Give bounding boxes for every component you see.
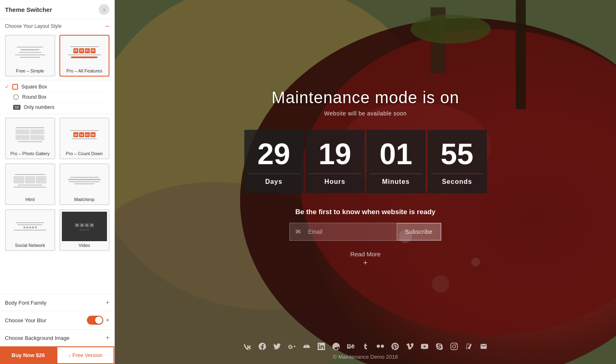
countdown-hours: 19 Hours [305, 130, 365, 193]
social-dribbble-icon[interactable] [332, 342, 341, 351]
theme-thumb-social [7, 212, 53, 241]
countdown-seconds-label: Seconds [431, 174, 484, 185]
main-content-area: Maintenance mode is on Website will be a… [115, 0, 616, 364]
bg-image-plus-icon[interactable]: + [106, 334, 109, 341]
body-font-plus-icon[interactable]: + [106, 299, 109, 306]
toggle-track [87, 316, 103, 325]
theme-thumb-html [7, 166, 53, 195]
theme-card-pro-countdown[interactable]: 29 19 01 55 Pro – Count Down [59, 118, 110, 159]
theme-thumb-free-simple [7, 37, 53, 67]
toggle-thumb [95, 317, 102, 324]
theme-thumb-pro-countdown: 29 19 01 55 [62, 120, 107, 149]
email-form: ✉ Subscribe [289, 223, 442, 241]
social-vk-icon[interactable] [243, 342, 252, 351]
social-skype-icon[interactable] [435, 342, 444, 351]
theme-card-social[interactable]: Social Network [5, 209, 55, 251]
sidebar-header: Theme Switcher › [0, 0, 114, 19]
theme-card-pro-photo[interactable]: Pro – Photo Gallery [5, 118, 55, 159]
email-heading: Be the first to know when website is rea… [289, 208, 442, 216]
countdown-days-label: Days [248, 174, 300, 185]
email-section: Be the first to know when website is rea… [289, 208, 442, 241]
sidebar: Theme Switcher › Choose Your Layout Styl… [0, 0, 115, 364]
theme-label-mailchimp: Mailchimp [74, 197, 95, 203]
layout-section-label: Choose Your Layout Style − [0, 19, 114, 32]
free-version-button[interactable]: ↓ Free Version [57, 346, 115, 364]
social-vimeo-icon[interactable] [405, 342, 414, 351]
countdown-hours-label: Hours [309, 174, 361, 185]
theme-thumb-pro-photo [7, 120, 53, 149]
social-linkedin-icon[interactable] [317, 342, 326, 351]
sidebar-title: Theme Switcher [5, 6, 52, 13]
read-more-plus-icon[interactable]: + [350, 259, 380, 267]
subscribe-button[interactable]: Subscribe [397, 223, 441, 240]
theme-thumb-mailchimp [62, 166, 107, 195]
checkmark-icon: ✓ [5, 84, 9, 90]
bg-image-right: + [106, 334, 109, 341]
theme-label-pro-photo: Pro – Photo Gallery [10, 151, 50, 157]
buy-now-button[interactable]: Buy Now $26 [0, 346, 57, 364]
theme-card-free-simple[interactable]: Free – Simple [5, 35, 55, 77]
blur-right: + [87, 316, 109, 325]
collapse-icon[interactable]: − [105, 23, 109, 30]
social-icons-row [115, 342, 616, 351]
social-tumblr-icon[interactable] [361, 342, 370, 351]
theme-label-social: Social Network [15, 243, 45, 249]
read-more-text[interactable]: Read More [350, 251, 380, 258]
social-twitter-icon[interactable] [273, 342, 282, 351]
free-version-label: Free Version [72, 352, 102, 358]
page-main-title: Maintenance mode is on [272, 88, 459, 107]
social-flickr-icon[interactable] [376, 342, 385, 351]
countdown-seconds-value: 55 [441, 139, 473, 169]
box-style-options: ✓ Square Box Round Box 59 Only numbers [0, 80, 114, 114]
email-input[interactable] [307, 224, 397, 240]
bg-image-setting[interactable]: Choose Background Image + [0, 330, 114, 346]
social-soundcloud-icon[interactable] [302, 342, 311, 351]
sidebar-close-button[interactable]: › [99, 4, 109, 15]
body-font-setting[interactable]: Body Font Family + [0, 294, 114, 311]
page-subtitle: Website will be available soon [324, 110, 407, 117]
social-pinterest-icon[interactable] [391, 342, 400, 351]
social-email-icon[interactable] [479, 342, 488, 351]
body-font-label: Body Font Family [5, 300, 46, 306]
social-youtube-icon[interactable] [420, 342, 429, 351]
read-more-section: Read More + [350, 251, 380, 267]
box-style-square[interactable]: ✓ Square Box [5, 82, 109, 92]
theme-card-pro-all[interactable]: 29 19 01 55 Pro – All Features [59, 35, 110, 77]
square-checkbox[interactable] [12, 84, 18, 90]
countdown-row: 29 Days 19 Hours 01 Minutes 55 Seconds [244, 130, 487, 193]
sidebar-settings: Body Font Family + Choose Your Blur + Ch… [0, 294, 114, 346]
theme-grid-row2: Pro – Photo Gallery 29 19 01 55 Pro – Co… [0, 114, 114, 254]
theme-card-video[interactable]: 29 19 01 55 [59, 209, 110, 251]
social-googleplus-icon[interactable] [287, 342, 296, 351]
theme-label-free-simple: Free – Simple [16, 68, 44, 74]
theme-card-mailchimp[interactable]: Mailchimp [59, 163, 110, 205]
social-instagram-icon[interactable] [450, 342, 459, 351]
countdown-seconds: 55 Seconds [427, 130, 487, 193]
round-radio[interactable] [13, 94, 19, 100]
theme-label-video: Video [79, 243, 90, 249]
theme-label-pro-countdown: Pro – Count Down [66, 151, 103, 157]
round-box-label: Round Box [22, 94, 46, 100]
theme-label-pro-all: Pro – All Features [66, 68, 102, 74]
blur-label: Choose Your Blur [5, 317, 46, 323]
copyright-text: © Maintenance Demo 2018 [115, 354, 616, 360]
countdown-days-value: 29 [257, 139, 290, 169]
layout-label-text: Choose Your Layout Style [5, 23, 61, 29]
theme-thumb-video: 29 19 01 55 [62, 212, 107, 241]
social-behance-icon[interactable] [346, 342, 355, 351]
countdown-minutes-label: Minutes [370, 174, 423, 185]
bg-image-label: Choose Background Image [5, 335, 70, 341]
theme-card-html[interactable]: Html [5, 163, 55, 205]
blur-toggle[interactable] [87, 316, 103, 325]
number-badge: 59 [13, 105, 20, 110]
theme-label-html: Html [25, 197, 35, 203]
box-style-round[interactable]: Round Box [5, 92, 109, 102]
countdown-minutes-value: 01 [380, 139, 412, 169]
box-style-numbers[interactable]: 59 Only numbers [5, 102, 109, 112]
only-numbers-label: Only numbers [24, 104, 55, 110]
social-facebook-icon[interactable] [258, 342, 267, 351]
social-foursquare-icon[interactable] [464, 342, 473, 351]
blur-plus-icon[interactable]: + [106, 317, 109, 324]
blur-setting[interactable]: Choose Your Blur + [0, 311, 114, 330]
sidebar-bottom-buttons: Buy Now $26 ↓ Free Version [0, 346, 114, 364]
